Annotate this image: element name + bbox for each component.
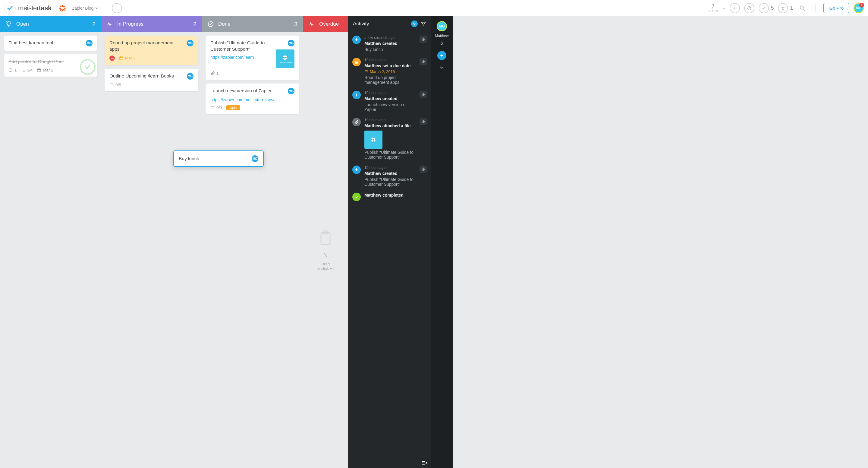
logo[interactable]: meistertask	[4, 2, 52, 14]
member-avatar[interactable]: MG	[437, 21, 447, 31]
column-in-progress: In Progress 2 Round up project managemen…	[101, 16, 202, 468]
info-button[interactable]	[112, 3, 122, 13]
check-icon	[352, 193, 361, 201]
svg-rect-0	[62, 5, 63, 7]
svg-rect-18	[285, 59, 285, 60]
activity-title: Activity	[353, 21, 408, 27]
starred-count[interactable]: 1	[778, 3, 793, 13]
star-icon	[778, 3, 788, 13]
activity-panel: Activity a few seconds ago Matthew creat…	[348, 16, 431, 468]
task-card[interactable]: Publish "Ultimate Guide to Customer Supp…	[206, 36, 299, 80]
task-card[interactable]: Round up project management apps MG Mar …	[104, 36, 198, 65]
activity-item[interactable]: 19 hours ago Matthew attached a file Pub…	[351, 115, 428, 163]
chevron-down-icon[interactable]	[722, 7, 725, 10]
dragging-task-card[interactable]: Buy lunch MG	[173, 150, 264, 167]
go-pro-button[interactable]: Go Pro	[824, 3, 849, 13]
svg-rect-28	[373, 137, 374, 138]
svg-rect-7	[63, 8, 65, 10]
activity-item[interactable]: 19 hours ago Matthew created Publish "Ul…	[351, 163, 428, 190]
task-card[interactable]: Find best kanban tool MG	[4, 36, 97, 51]
card-title: Buy lunch	[179, 155, 249, 162]
card-title: Round up project management apps	[110, 40, 184, 53]
card-title: Launch new version of Zapier	[210, 88, 285, 94]
pulse-icon	[106, 21, 113, 27]
member-task-count: 6	[441, 40, 443, 46]
svg-rect-12	[37, 69, 41, 72]
activity-item[interactable]: Matthew completed	[351, 190, 428, 204]
card-link[interactable]: https://zapier.com/multi-step-zaps/	[210, 97, 294, 102]
check-circle-icon	[207, 21, 214, 27]
card-link[interactable]: https://zapier.com/learn	[210, 55, 273, 60]
activity-item[interactable]: 19 hours ago Matthew set a due date Marc…	[351, 55, 428, 88]
assignee-avatar: MG	[187, 40, 193, 47]
members-rail: MG Matthew 6	[431, 16, 453, 468]
project-dropdown[interactable]: Zapier Blog	[72, 6, 98, 10]
svg-rect-20	[287, 57, 288, 58]
zapier-icon	[58, 4, 67, 12]
assignee-avatar: MG	[187, 73, 193, 80]
attachment-count: 1	[210, 71, 219, 76]
due-date-chip: March 2, 2016	[364, 69, 416, 74]
assignee-avatar: MG	[288, 88, 294, 94]
assignee-avatar: MG	[86, 40, 93, 47]
svg-rect-29	[373, 141, 374, 142]
logo-text: meistertask	[18, 4, 52, 12]
timer-button[interactable]	[744, 3, 754, 13]
plus-icon	[352, 166, 361, 174]
add-button[interactable]	[730, 3, 740, 13]
checklist-count: 0/3	[210, 106, 222, 110]
chevron-down-icon[interactable]	[440, 65, 444, 70]
header-right: 7 ACTIVE 5 1 Go Pro	[708, 3, 864, 13]
plus-icon	[352, 91, 361, 99]
collapse-panel-button[interactable]	[421, 460, 428, 466]
activity-list: a few seconds ago Matthew created Buy lu…	[348, 31, 431, 468]
chevron-down-icon	[95, 7, 98, 10]
card-title: Add printer to Google Print	[8, 59, 93, 65]
like-button[interactable]	[420, 91, 427, 98]
pulse-icon	[308, 21, 315, 27]
task-card-completed[interactable]: Add printer to Google Print 1 3/4	[4, 54, 97, 77]
svg-point-14	[208, 22, 213, 27]
lightbulb-icon	[5, 21, 12, 27]
search-button[interactable]	[797, 3, 807, 13]
plus-icon	[352, 36, 361, 44]
column-header-overdue[interactable]: Overdue	[303, 16, 348, 32]
activity-pulse-icon[interactable]	[411, 21, 418, 27]
checklist-count: 0/5	[110, 83, 121, 87]
like-button[interactable]	[420, 36, 427, 43]
svg-point-27	[373, 139, 374, 141]
logo-mark-icon	[4, 2, 16, 14]
add-member-button[interactable]	[437, 51, 446, 60]
like-button[interactable]	[420, 118, 427, 125]
svg-rect-30	[371, 139, 372, 140]
empty-column-placeholder: N Drag or click + t	[303, 32, 348, 468]
svg-rect-19	[283, 57, 284, 58]
attachment-thumb: Customer Support	[276, 50, 294, 68]
activity-item[interactable]: a few seconds ago Matthew created Buy lu…	[351, 33, 428, 55]
completed-count[interactable]: 5	[758, 3, 774, 13]
app-header: meistertask Zapier Blog 7 ACTIVE	[0, 0, 868, 16]
member-name: Matthew	[435, 34, 448, 38]
svg-rect-24	[355, 61, 358, 61]
filter-icon[interactable]	[421, 21, 426, 27]
user-avatar[interactable]: MG 1	[854, 3, 864, 13]
active-tasks-count[interactable]: 7 ACTIVE	[708, 4, 718, 12]
completed-check-icon	[80, 59, 96, 75]
like-button[interactable]	[420, 58, 427, 65]
card-title: Outline Upcoming /learn Books	[110, 73, 184, 79]
svg-rect-25	[365, 70, 368, 73]
svg-rect-9	[117, 8, 117, 9]
due-date: Mar 2	[37, 68, 53, 72]
svg-point-16	[284, 57, 286, 59]
column-header-progress[interactable]: In Progress 2	[101, 16, 202, 32]
activity-item[interactable]: 19 hours ago Matthew created Launch new …	[351, 88, 428, 115]
task-card[interactable]: Outline Upcoming /learn Books MG 0/5	[104, 69, 198, 91]
like-button[interactable]	[420, 166, 427, 173]
card-title: Publish "Ultimate Guide to Customer Supp…	[210, 40, 273, 53]
column-header-done[interactable]: Done 3	[202, 16, 303, 32]
svg-rect-13	[120, 57, 123, 60]
check-icon	[758, 3, 769, 13]
svg-rect-4	[63, 5, 65, 7]
task-card[interactable]: Launch new version of Zapier MG https://…	[206, 84, 299, 114]
column-header-open[interactable]: Open 2	[0, 16, 101, 32]
